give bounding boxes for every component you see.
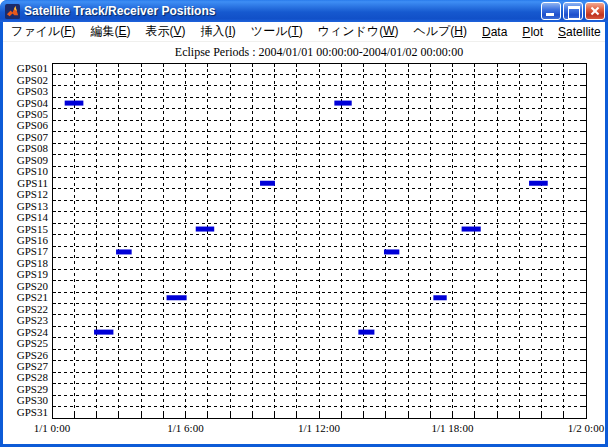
- eclipse-bar: [94, 330, 113, 335]
- y-axis-label: GPS09: [17, 154, 49, 166]
- eclipse-bar: [260, 181, 275, 186]
- y-axis-label: GPS04: [17, 97, 49, 109]
- y-axis-label: GPS31: [17, 406, 48, 418]
- x-axis-label: 1/1 12:00: [298, 422, 340, 434]
- app-window: Satellite Track/Receiver Positions ファイル(…: [0, 0, 608, 447]
- eclipse-periods-chart: GPS01GPS02GPS03GPS04GPS05GPS06GPS07GPS08…: [3, 42, 605, 444]
- y-axis-label: GPS12: [17, 188, 48, 200]
- y-axis-label: GPS18: [17, 257, 49, 269]
- client-area: ファイル(F)編集(E)表示(V)挿入(I)ツール(T)ウィンドウ(W)ヘルプ(…: [3, 22, 605, 444]
- y-axis-label: GPS23: [17, 314, 49, 326]
- eclipse-bar: [334, 101, 351, 106]
- close-button[interactable]: [585, 2, 605, 20]
- menu-item-help[interactable]: ヘルプ(H): [413, 23, 467, 40]
- x-axis-label: 1/1 6:00: [167, 422, 204, 434]
- title-bar[interactable]: Satellite Track/Receiver Positions: [0, 0, 608, 22]
- eclipse-bar: [384, 249, 399, 254]
- menu-item-edit[interactable]: 編集(E): [90, 23, 130, 40]
- x-axis-label: 1/1 18:00: [432, 422, 474, 434]
- y-axis-label: GPS25: [17, 337, 49, 349]
- menu-item-file[interactable]: ファイル(F): [11, 23, 75, 40]
- eclipse-bar: [65, 101, 84, 106]
- eclipse-bar: [167, 295, 187, 300]
- y-axis-label: GPS03: [17, 85, 49, 97]
- maximize-button[interactable]: [563, 2, 583, 20]
- y-axis-label: GPS30: [17, 394, 49, 406]
- y-axis-label: GPS08: [17, 142, 49, 154]
- x-axis-label: 1/2 0:00: [568, 422, 605, 434]
- menu-item-data[interactable]: Data: [482, 25, 507, 39]
- eclipse-bar: [116, 249, 132, 254]
- y-axis-label: GPS05: [17, 108, 49, 120]
- menu-item-tools[interactable]: ツール(T): [251, 23, 303, 40]
- y-axis-label: GPS14: [17, 211, 49, 223]
- eclipse-bar: [433, 295, 446, 300]
- minimize-button[interactable]: [541, 2, 561, 20]
- y-axis-label: GPS06: [17, 119, 49, 131]
- y-axis-label: GPS27: [17, 360, 49, 372]
- y-axis-label: GPS22: [17, 303, 48, 315]
- window-title: Satellite Track/Receiver Positions: [24, 0, 539, 22]
- eclipse-bar: [529, 181, 548, 186]
- matlab-app-icon: [5, 4, 20, 19]
- y-axis-label: GPS15: [17, 223, 49, 235]
- y-axis-label: GPS24: [17, 326, 49, 338]
- y-axis-label: GPS11: [17, 177, 48, 189]
- menu-item-insert[interactable]: 挿入(I): [201, 23, 236, 40]
- y-axis-label: GPS20: [17, 280, 49, 292]
- y-axis-label: GPS10: [17, 165, 49, 177]
- y-axis-label: GPS17: [17, 245, 49, 257]
- eclipse-bar: [196, 227, 214, 232]
- y-axis-label: GPS26: [17, 349, 49, 361]
- y-axis-label: GPS07: [17, 131, 49, 143]
- eclipse-bar: [462, 227, 481, 232]
- y-axis-label: GPS13: [17, 200, 49, 212]
- y-axis-label: GPS19: [17, 268, 49, 280]
- eclipse-bar: [358, 330, 374, 335]
- x-axis-label: 1/1 0:00: [34, 422, 71, 434]
- y-axis-label: GPS21: [17, 291, 48, 303]
- y-axis-label: GPS28: [17, 371, 49, 383]
- menu-item-window[interactable]: ウィンドウ(W): [318, 23, 399, 40]
- menu-bar: ファイル(F)編集(E)表示(V)挿入(I)ツール(T)ウィンドウ(W)ヘルプ(…: [3, 22, 605, 42]
- menu-item-view[interactable]: 表示(V): [145, 23, 185, 40]
- y-axis-label: GPS01: [17, 62, 48, 74]
- menu-item-plot[interactable]: Plot: [522, 25, 543, 39]
- y-axis-label: GPS02: [17, 74, 48, 86]
- menu-item-satellite[interactable]: Satellite: [558, 25, 601, 39]
- figure-area: Eclipse Periods : 2004/01/01 00:00:00-20…: [3, 42, 605, 444]
- y-axis-label: GPS29: [17, 383, 49, 395]
- y-axis-label: GPS16: [17, 234, 49, 246]
